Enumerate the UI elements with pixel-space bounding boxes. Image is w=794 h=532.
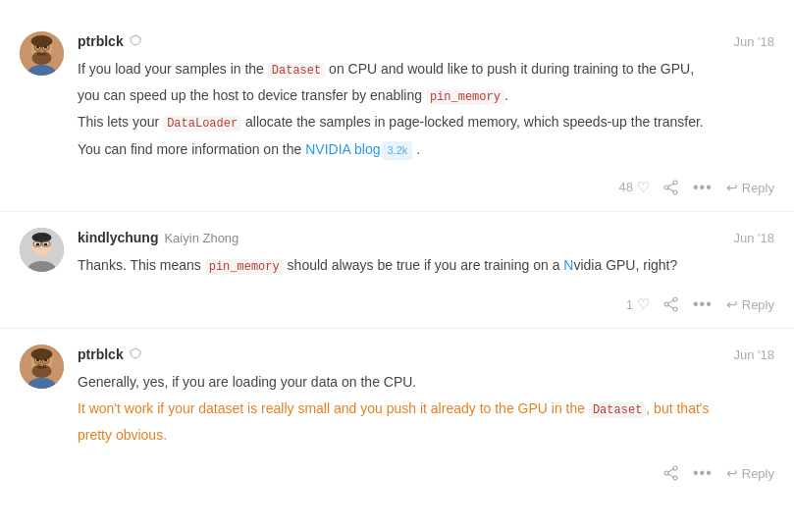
post-date: Jun '18 [733, 346, 774, 365]
svg-line-15 [668, 184, 674, 186]
svg-line-30 [668, 305, 674, 308]
code-snippet: DataLoader [163, 116, 241, 132]
code-snippet: pin_memory [426, 89, 504, 105]
post-paragraph: Generally, yes, if you are loading your … [78, 371, 774, 393]
post: kindlychungKaiyin ZhongJun '18Thanks. Th… [0, 212, 794, 329]
post-body: Generally, yes, if you are loading your … [78, 371, 774, 446]
orange-text: pretty obvious. [78, 427, 167, 443]
more-actions[interactable]: ••• [693, 176, 713, 199]
svg-point-4 [36, 46, 39, 49]
post-header: ptrblck Jun '18 [78, 31, 774, 52]
share-action[interactable] [663, 465, 679, 481]
like-action[interactable]: 48♡ [618, 177, 649, 199]
post-content: kindlychungKaiyin ZhongJun '18Thanks. Th… [78, 228, 774, 320]
display-name: Kaiyin Zhong [164, 229, 238, 248]
svg-point-27 [664, 302, 668, 306]
post-actions: 48♡ •••↩Reply [78, 170, 774, 203]
heart-icon: ♡ [637, 177, 650, 199]
heart-icon: ♡ [637, 293, 650, 316]
svg-point-26 [673, 297, 677, 301]
shield-icon [130, 346, 141, 364]
post-paragraph: You can find more information on the NVI… [78, 138, 774, 161]
svg-point-5 [44, 46, 47, 49]
post-actions: 1♡ •••↩Reply [78, 287, 774, 320]
username[interactable]: ptrblck [78, 31, 124, 52]
post-paragraph: This lets your DataLoader allocate the s… [78, 111, 774, 133]
post-paragraph: you can speed up the host to device tran… [78, 84, 774, 107]
shield-icon [130, 33, 141, 51]
username[interactable]: kindlychung [78, 228, 158, 248]
reply-arrow-icon: ↩ [726, 465, 738, 481]
post-content: ptrblck Jun '18If you load your samples … [78, 31, 774, 203]
post-date: Jun '18 [733, 229, 774, 248]
orange-text: , but that's [646, 400, 709, 416]
highlight-text: N [563, 257, 573, 273]
post-body: If you load your samples in the Dataset … [78, 58, 774, 160]
post-header: ptrblck Jun '18 [78, 345, 774, 365]
reply-label: Reply [742, 466, 774, 481]
svg-point-6 [40, 49, 43, 53]
svg-point-19 [32, 233, 52, 242]
more-actions[interactable]: ••• [693, 461, 713, 485]
share-action[interactable] [663, 180, 679, 195]
avatar [20, 31, 64, 76]
svg-point-44 [664, 471, 668, 475]
post-meta-left: kindlychungKaiyin Zhong [78, 228, 238, 248]
reply-arrow-icon: ↩ [726, 296, 738, 312]
post-date: Jun '18 [733, 32, 774, 52]
share-action[interactable] [663, 296, 679, 312]
code-snippet: Dataset [589, 402, 646, 418]
svg-point-20 [36, 243, 40, 245]
svg-point-28 [673, 307, 677, 311]
svg-point-37 [40, 362, 43, 366]
post-meta-left: ptrblck [78, 345, 141, 365]
reply-button[interactable]: ↩Reply [726, 180, 774, 195]
link-badge: 3.2k [382, 141, 412, 161]
svg-rect-7 [37, 53, 46, 56]
svg-point-12 [673, 181, 677, 185]
svg-point-45 [673, 476, 677, 480]
reply-arrow-icon: ↩ [726, 180, 738, 195]
post-meta-left: ptrblck [78, 31, 141, 52]
svg-point-33 [31, 348, 53, 360]
post: ptrblck Jun '18If you load your samples … [0, 16, 794, 212]
post-actions: •••↩Reply [78, 455, 774, 489]
svg-point-43 [673, 466, 677, 470]
svg-point-35 [36, 359, 39, 362]
reply-button[interactable]: ↩Reply [726, 296, 774, 312]
avatar [20, 345, 64, 389]
more-actions[interactable]: ••• [693, 293, 713, 316]
code-snippet: Dataset [268, 63, 325, 79]
reply-label: Reply [742, 297, 774, 312]
svg-rect-38 [37, 366, 46, 369]
avatar [20, 228, 64, 272]
svg-point-2 [31, 35, 53, 47]
nvidia-blog-link[interactable]: NVIDIA blog [305, 141, 380, 157]
code-snippet: pin_memory [205, 259, 284, 275]
post: ptrblck Jun '18Generally, yes, if you ar… [0, 329, 794, 497]
reply-button[interactable]: ↩Reply [726, 465, 774, 481]
svg-line-47 [668, 474, 674, 477]
like-count: 1 [626, 295, 633, 315]
post-paragraph: It won't work if your dataset is really … [78, 398, 774, 420]
svg-line-46 [668, 469, 674, 472]
svg-point-14 [673, 190, 677, 194]
svg-point-13 [664, 186, 668, 189]
svg-line-29 [668, 300, 674, 303]
post-paragraph: Thanks. This means pin_memory should alw… [78, 254, 774, 277]
post-header: kindlychungKaiyin ZhongJun '18 [78, 228, 774, 248]
post-body: Thanks. This means pin_memory should alw… [78, 254, 774, 277]
username[interactable]: ptrblck [78, 345, 124, 365]
svg-point-21 [44, 243, 48, 245]
like-count: 48 [618, 178, 632, 197]
svg-line-16 [668, 188, 674, 191]
post-content: ptrblck Jun '18Generally, yes, if you ar… [78, 345, 774, 489]
posts-container: ptrblck Jun '18If you load your samples … [0, 16, 794, 497]
like-action[interactable]: 1♡ [626, 293, 650, 316]
orange-text: It won't work if your dataset is really … [78, 400, 589, 416]
post-paragraph: If you load your samples in the Dataset … [78, 58, 774, 80]
post-paragraph: pretty obvious. [78, 424, 774, 446]
reply-label: Reply [742, 181, 774, 195]
svg-point-36 [44, 359, 47, 362]
